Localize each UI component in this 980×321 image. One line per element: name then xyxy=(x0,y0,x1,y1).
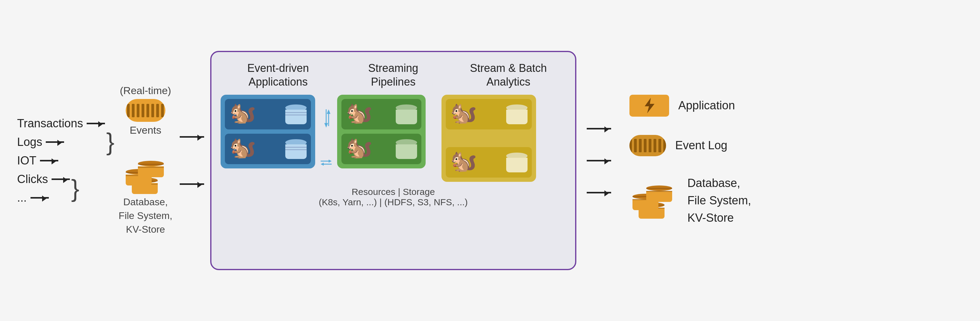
green-top-cell: 🐿️ xyxy=(341,99,422,130)
db-to-box-arrow xyxy=(180,183,204,185)
diagram: Transactions Logs IOT } Clicks xyxy=(17,16,963,305)
db-body-1 xyxy=(138,166,164,177)
yellow-panel: 🐿️ 🐿️ xyxy=(441,95,536,182)
db-source-group: Database, File System, KV-Store xyxy=(119,154,172,236)
green-cyl-2 xyxy=(396,139,417,159)
resources-label: Resources | Storage (K8s, Yarn, ...) | (… xyxy=(319,187,468,207)
svg-marker-7 xyxy=(321,163,324,166)
app-icon xyxy=(630,95,669,117)
bottom-labels: Clicks ... xyxy=(17,173,70,204)
blue-green-connectors xyxy=(320,95,332,180)
eventlog-out-icon xyxy=(630,135,666,156)
flink-squirrel-2: 🐿️ xyxy=(229,137,256,161)
eventlog-output-row: Event Log xyxy=(630,135,727,156)
stripe-2 xyxy=(132,104,135,117)
yellow-cyl-1 xyxy=(506,104,528,124)
column-headers: Event-drivenApplications Streaming Pipel… xyxy=(221,61,566,89)
stripe-1 xyxy=(127,104,130,117)
source-icons: (Real-time) Events xyxy=(119,85,172,236)
output-arrows-container xyxy=(585,128,611,193)
lightning-icon xyxy=(642,97,657,114)
svg-marker-1 xyxy=(325,123,328,128)
ellipsis-arrow xyxy=(30,197,49,199)
kafka-stripes xyxy=(127,104,164,117)
main-box: Event-drivenApplications Streaming Pipel… xyxy=(210,51,576,270)
clicks-arrow xyxy=(52,179,70,180)
stripe-3 xyxy=(137,104,140,117)
stripe-5 xyxy=(146,104,149,117)
left-inputs: Transactions Logs IOT } Clicks xyxy=(17,117,116,204)
db-output-row: Database, File System, KV-Store xyxy=(630,174,751,226)
blue-cyl-2 xyxy=(285,139,307,159)
app-output-row: Application xyxy=(630,95,735,117)
events-group: (Real-time) Events xyxy=(120,85,171,136)
yellow-vert-arrows xyxy=(446,134,532,143)
stripe-7 xyxy=(156,104,159,117)
source-arrows xyxy=(178,136,204,185)
flink-squirrel-3: 🐿️ xyxy=(346,102,373,127)
db-source-icon xyxy=(123,154,169,194)
db-line-1a xyxy=(138,164,164,165)
green-cyl-1 xyxy=(396,104,417,124)
db-source-label: Database, File System, KV-Store xyxy=(119,195,172,236)
eventlog-label: Event Log xyxy=(675,139,727,152)
green-panel: 🐿️ 🐿️ xyxy=(337,95,426,168)
flink-squirrel-1: 🐿️ xyxy=(229,102,256,127)
stripe-8 xyxy=(161,104,164,117)
top-brace-group: Transactions Logs IOT } xyxy=(17,117,116,167)
top-labels: Transactions Logs IOT xyxy=(17,117,105,167)
flink-squirrel-5: 🐿️ xyxy=(450,102,477,127)
realtime-label: (Real-time) xyxy=(120,85,171,96)
box-to-log-arrow xyxy=(587,160,611,161)
vert-arrows-blue xyxy=(320,108,332,132)
ellipsis-label: ... xyxy=(17,191,70,204)
svg-marker-5 xyxy=(329,160,332,163)
db-out-icon xyxy=(630,182,678,219)
logs-label: Logs xyxy=(17,136,105,149)
top-brace: } xyxy=(106,130,115,154)
transactions-label: Transactions xyxy=(17,117,105,130)
stripe-6 xyxy=(151,104,154,117)
blue-bottom-cell: 🐿️ xyxy=(225,134,311,164)
svg-marker-11 xyxy=(489,134,493,138)
events-sublabel: Events xyxy=(130,124,161,136)
svg-marker-3 xyxy=(327,109,331,114)
stripe-4 xyxy=(142,104,144,117)
db-top-1 xyxy=(138,161,164,166)
clicks-label: Clicks xyxy=(17,173,70,186)
iot-label: IOT xyxy=(17,154,105,167)
logs-arrow xyxy=(46,141,64,143)
right-section: Application Event Log xyxy=(630,95,751,226)
horiz-arrows-blue-green xyxy=(320,158,332,167)
svg-marker-9 xyxy=(485,139,488,142)
kafka-icon xyxy=(126,99,165,122)
iot-arrow xyxy=(40,160,58,161)
db-out-cyl-1 xyxy=(646,185,672,202)
bottom-brace: } xyxy=(71,176,80,201)
yellow-arrow-svg xyxy=(483,134,495,143)
yellow-bottom-cell: 🐿️ xyxy=(446,147,532,177)
col-header-1: Event-drivenApplications xyxy=(232,61,324,89)
grid-area: 🐿️ 🐿️ xyxy=(221,95,566,182)
kafka-to-box-arrow xyxy=(180,136,204,138)
blue-panel: 🐿️ 🐿️ xyxy=(221,95,315,168)
yellow-top-cell: 🐿️ xyxy=(446,99,532,130)
app-label: Application xyxy=(678,99,735,112)
green-bottom-cell: 🐿️ xyxy=(341,134,422,164)
blue-top-cell: 🐿️ xyxy=(225,99,311,130)
db-out-label: Database, File System, KV-Store xyxy=(687,174,751,226)
db-line-1b xyxy=(138,167,164,168)
col-header-2: Streaming Pipelines xyxy=(347,61,439,89)
flink-squirrel-6: 🐿️ xyxy=(450,150,477,174)
blue-cyl-1 xyxy=(285,104,307,124)
transactions-arrow xyxy=(87,123,105,124)
svg-marker-12 xyxy=(645,98,654,113)
box-to-db-arrow xyxy=(587,192,611,193)
db-cyl-top xyxy=(138,161,164,177)
yellow-cyl-2 xyxy=(506,153,528,172)
bottom-brace-group: Clicks ... } xyxy=(17,173,116,204)
flink-squirrel-4: 🐿️ xyxy=(346,137,373,161)
eventlog-stripes xyxy=(630,139,666,152)
col-header-3: Stream & BatchAnalytics xyxy=(463,61,554,89)
box-to-app-arrow xyxy=(587,128,611,130)
